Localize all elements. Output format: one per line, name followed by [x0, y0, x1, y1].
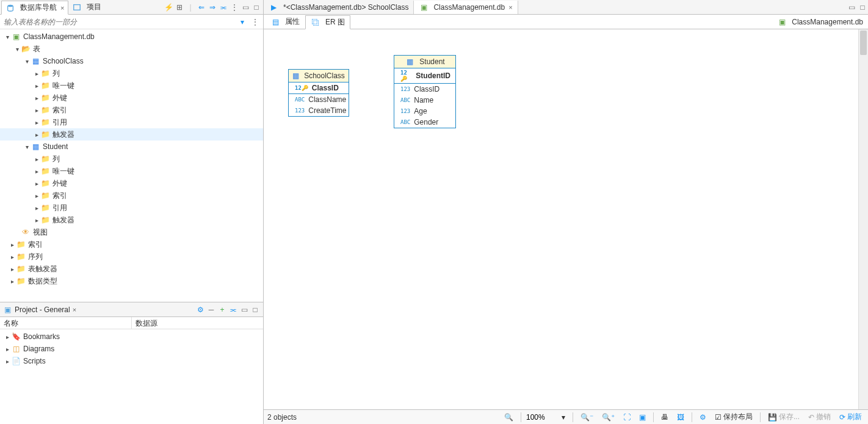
er-column[interactable]: 123CreateTime [289, 105, 349, 116]
editor-tab-schoolclass[interactable]: ▶ *<ClassManagement.db> SchoolClass [264, 1, 414, 14]
zoom-dropdown-icon[interactable]: ▾ [559, 412, 568, 423]
tree-sc-trigger[interactable]: ▸📁触发器 [0, 128, 263, 141]
close-icon[interactable]: × [508, 4, 512, 11]
folder-icon: 📁 [40, 93, 50, 103]
er-column[interactable]: 123ClassID [394, 84, 455, 95]
er-column[interactable]: ABCClassName [289, 94, 349, 105]
filter-menu-icon[interactable]: ⋮ [250, 16, 261, 27]
tree-st-index[interactable]: ▸📁索引 [0, 189, 263, 202]
tree-tables[interactable]: ▾📂表 [0, 43, 263, 55]
folder-icon: 📁 [40, 105, 50, 115]
zoom-search-icon[interactable]: 🔍 [502, 412, 516, 423]
zoom-input[interactable] [526, 413, 555, 422]
diagrams-icon: ◫ [11, 344, 21, 354]
tree-sequences[interactable]: ▸📁序列 [0, 250, 263, 263]
zoom-in-icon[interactable]: 🔍⁺ [599, 412, 617, 423]
er-title: ▦Student [394, 56, 455, 68]
editor-tab-db[interactable]: ▣ ClassManagement.db × [414, 1, 518, 14]
vertical-scrollbar[interactable] [858, 29, 868, 409]
tree-st-trigger[interactable]: ▸📁触发器 [0, 214, 263, 226]
tree-table-triggers[interactable]: ▸📁表触发器 [0, 263, 263, 275]
close-icon[interactable]: × [73, 306, 76, 313]
folder-icon: 📁 [16, 264, 26, 274]
gear-icon[interactable]: ⚙ [195, 304, 206, 315]
sqlite-db-icon: ▣ [11, 32, 21, 42]
maximize-icon[interactable]: □ [250, 304, 261, 315]
subtabs: ▤ 属性 ⿻ ER 图 ▣ ClassManagement.db [264, 15, 868, 29]
tree-db[interactable]: ▾▣ClassManagement.db [0, 31, 263, 43]
revert-button[interactable]: ↶ 撤销 [806, 411, 833, 423]
print-icon[interactable]: 🖶 [659, 412, 671, 423]
tree-views[interactable]: 👁视图 [0, 226, 263, 238]
type-text-icon: ABC [294, 97, 306, 103]
tree-st-fk[interactable]: ▸📁外键 [0, 177, 263, 189]
back-icon[interactable]: ⇐ [196, 2, 207, 13]
fit-icon[interactable]: ⛶ [621, 412, 633, 423]
new-folder-icon[interactable]: ⊞ [174, 2, 185, 13]
filter-input[interactable] [0, 16, 234, 27]
er-column-pk[interactable]: 12🔑ClassID [289, 82, 349, 94]
left-pane: 数据库导航 × 项目 ⚡ ⊞ | ⇐ ⇒ ⫘ ⋮ ▭ □ ▾ ⋮ [0, 0, 264, 424]
tree-st-ref[interactable]: ▸📁引用 [0, 202, 263, 214]
link-icon[interactable]: ⫘ [228, 304, 239, 315]
folder-icon: 📁 [16, 276, 26, 286]
proj-bookmarks[interactable]: ▸🔖Bookmarks [0, 331, 263, 343]
table-icon: ▦ [31, 142, 40, 152]
er-canvas[interactable]: ▦SchoolClass 12🔑ClassID ABCClassName 123… [264, 29, 868, 409]
tree-data-types[interactable]: ▸📁数据类型 [0, 275, 263, 287]
actual-size-icon[interactable]: ▣ [637, 412, 648, 423]
er-column[interactable]: ABCGender [394, 117, 455, 128]
filter-icon[interactable]: ▾ [237, 16, 248, 27]
tab-project[interactable]: 项目 [68, 1, 105, 13]
subtab-er[interactable]: ⿻ ER 图 [305, 15, 350, 29]
type-text-icon: ABC [399, 119, 411, 125]
er-column[interactable]: 123Age [394, 106, 455, 117]
settings-icon[interactable]: ⚙ [697, 412, 709, 423]
col-source[interactable]: 数据源 [131, 317, 263, 329]
maximize-icon[interactable]: □ [251, 2, 262, 13]
maximize-icon[interactable]: □ [857, 2, 868, 13]
minimize-icon[interactable]: ▭ [239, 304, 250, 315]
tree-table-student[interactable]: ▾▦Student [0, 141, 263, 153]
tree-st-unique[interactable]: ▸📁唯一键 [0, 165, 263, 177]
menu-icon[interactable]: ⋮ [229, 2, 240, 13]
table-icon: ▦ [292, 71, 299, 81]
er-column[interactable]: ABCName [394, 95, 455, 106]
minimize-icon[interactable]: ▭ [846, 2, 857, 13]
export-icon[interactable]: 🖼 [675, 412, 687, 423]
tab-db-nav[interactable]: 数据库导航 × [1, 1, 68, 15]
er-table-schoolclass[interactable]: ▦SchoolClass 12🔑ClassID ABCClassName 123… [288, 69, 349, 117]
project-columns: 名称 数据源 [0, 317, 263, 329]
proj-scripts[interactable]: ▸📄Scripts [0, 355, 263, 367]
link-icon[interactable]: ⫘ [218, 2, 229, 13]
col-name[interactable]: 名称 [0, 317, 131, 329]
close-icon[interactable]: × [60, 4, 64, 12]
er-column-pk[interactable]: 12🔑StudentID [394, 68, 455, 84]
er-table-student[interactable]: ▦Student 12🔑StudentID 123ClassID ABCName… [394, 55, 456, 128]
add-icon[interactable]: + [217, 304, 228, 315]
sqlite-db-icon: ▣ [419, 2, 429, 12]
tree-indexes[interactable]: ▸📁索引 [0, 238, 263, 250]
tree-sc-columns[interactable]: ▸📁列 [0, 67, 263, 79]
connect-icon[interactable]: ⚡ [163, 2, 174, 13]
keep-layout-button[interactable]: ☑ 保持布局 [712, 411, 755, 423]
collapse-icon[interactable]: ─ [206, 304, 217, 315]
table-icon: ▦ [31, 56, 40, 66]
scroll-thumb[interactable] [860, 31, 867, 55]
tab-db-nav-label: 数据库导航 [20, 2, 57, 13]
refresh-button[interactable]: ⟳ 刷新 [837, 411, 864, 423]
tree-sc-index[interactable]: ▸📁索引 [0, 104, 263, 116]
subtab-properties[interactable]: ▤ 属性 [265, 15, 305, 29]
tree-sc-ref[interactable]: ▸📁引用 [0, 116, 263, 128]
tree-st-columns[interactable]: ▸📁列 [0, 153, 263, 165]
breadcrumb[interactable]: ▣ ClassManagement.db [777, 17, 868, 27]
tree-sc-fk[interactable]: ▸📁外键 [0, 92, 263, 104]
forward-icon[interactable]: ⇒ [207, 2, 218, 13]
tree-table-schoolclass[interactable]: ▾▦SchoolClass [0, 55, 263, 67]
proj-diagrams[interactable]: ▸◫Diagrams [0, 343, 263, 355]
tree-sc-unique[interactable]: ▸📁唯一键 [0, 79, 263, 92]
save-button[interactable]: 💾 保存... [765, 411, 802, 423]
minimize-icon[interactable]: ▭ [240, 2, 251, 13]
zoom-out-icon[interactable]: 🔍⁻ [578, 412, 596, 423]
filter-row: ▾ ⋮ [0, 15, 263, 29]
